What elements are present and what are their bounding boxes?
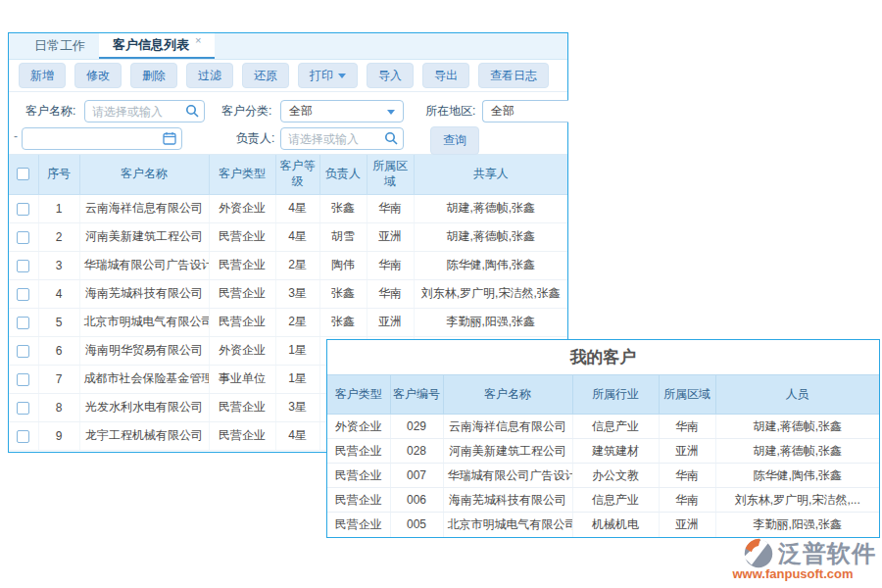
chevron-down-icon: [387, 110, 395, 115]
customer-name-link[interactable]: 华瑞城有限公司广告设计部: [443, 464, 572, 488]
table-row[interactable]: 民营企业 006 海南芜城科技有限公司 信息产业 华南 刘东林,罗广明,宋洁然,…: [327, 488, 879, 513]
owner-label: 负责人:: [236, 127, 274, 149]
customer-name-link[interactable]: 海南芜城科技有限公司: [79, 279, 209, 308]
table-row[interactable]: 1 云南海祥信息有限公司 外资企业 4星 张鑫 华南 胡建,蒋德帧,张鑫: [9, 194, 567, 222]
date-range-separator: -: [14, 129, 18, 143]
customer-name-link[interactable]: 云南海祥信息有限公司: [443, 415, 572, 439]
customer-name-link[interactable]: 海南明华贸易有限公司: [79, 336, 209, 365]
calendar-icon[interactable]: [163, 131, 176, 145]
customer-code-link[interactable]: 028: [390, 439, 443, 464]
import-button[interactable]: 导入: [367, 63, 414, 88]
row-checkbox[interactable]: [17, 288, 29, 301]
my-customers-table: 客户类型 客户编号 客户名称 所属行业 所属区域 人员 外资企业 029 云南海…: [327, 374, 879, 537]
row-checkbox[interactable]: [17, 373, 29, 386]
tab-customer-list[interactable]: 客户信息列表 ×: [99, 33, 215, 59]
my-customers-panel: 我的客户 客户类型 客户编号 客户名称 所属行业 所属区域 人员 外资企业 02…: [326, 339, 880, 538]
col-customer-type: 客户类型: [327, 375, 390, 415]
fanpu-logo-icon: [743, 538, 774, 569]
table-row[interactable]: 民营企业 005 北京市明城电气有限公司 机械机电 亚洲 李勤丽,阳强,张鑫: [327, 513, 879, 537]
dropdown-arrow-icon: [338, 74, 346, 78]
add-button[interactable]: 新增: [19, 63, 66, 88]
customer-name-label: 客户名称:: [25, 100, 75, 122]
customer-name-link[interactable]: 北京市明城电气有限公司: [443, 513, 572, 537]
col-no: 序号: [38, 155, 79, 194]
tab-close-icon[interactable]: ×: [195, 34, 201, 46]
customer-code-link[interactable]: 029: [390, 415, 443, 439]
col-customer-code: 客户编号: [390, 375, 443, 415]
edit-button[interactable]: 修改: [74, 63, 122, 88]
owner-link[interactable]: 张鑫: [319, 308, 367, 336]
row-checkbox[interactable]: [17, 345, 29, 358]
table-row[interactable]: 4 海南芜城科技有限公司 民营企业 3星 张鑫 华南 刘东林,罗广明,宋洁然,张…: [9, 279, 567, 308]
region-label: 所在地区:: [425, 100, 475, 122]
search-icon[interactable]: [185, 104, 199, 118]
tab-daily-work[interactable]: 日常工作: [21, 33, 99, 59]
customer-code-link[interactable]: 005: [390, 513, 443, 537]
owner-link[interactable]: 胡雪: [319, 222, 367, 251]
table-row[interactable]: 2 河南美新建筑工程公司 民营企业 4星 胡雪 亚洲 胡建,蒋德帧,张鑫: [9, 222, 567, 251]
row-checkbox[interactable]: [17, 260, 29, 272]
fanpu-logo-url: www.fanpusoft.com: [680, 566, 876, 581]
table-row[interactable]: 5 北京市明城电气有限公司 民营企业 2星 张鑫 亚洲 李勤丽,阳强,张鑫: [9, 308, 567, 336]
customer-name-link[interactable]: 光发水利水电有限公司: [79, 393, 209, 421]
row-checkbox[interactable]: [17, 203, 29, 216]
tab-bar: 日常工作 客户信息列表 ×: [9, 33, 567, 60]
customer-category-label: 客户分类:: [221, 100, 271, 122]
customer-name-link[interactable]: 成都市社会保险基金管理...: [79, 365, 209, 393]
customer-name-link[interactable]: 河南美新建筑工程公司: [79, 222, 209, 251]
col-region: 所属区域: [659, 375, 715, 415]
col-staff: 人员: [715, 375, 879, 415]
view-log-button[interactable]: 查看日志: [478, 63, 549, 88]
col-industry: 所属行业: [572, 375, 659, 415]
customer-name-link[interactable]: 海南芜城科技有限公司: [443, 488, 572, 513]
customer-category-select[interactable]: 全部: [280, 100, 404, 122]
table-row[interactable]: 3 华瑞城有限公司广告设计部 民营企业 2星 陶伟 华南 陈华健,陶伟,张鑫: [9, 251, 567, 279]
fanpu-logo: 泛普软件 www.fanpusoft.com: [680, 538, 876, 581]
customer-name-link[interactable]: 北京市明城电气有限公司: [79, 308, 209, 336]
table-row[interactable]: 民营企业 007 华瑞城有限公司广告设计部 办公文教 华南 陈华健,陶伟,张鑫: [327, 464, 879, 488]
toolbar: 新增 修改 删除 过滤 还原 打印 导入 导出 查看日志: [9, 60, 567, 92]
col-region: 所属区域: [367, 155, 414, 194]
export-button[interactable]: 导出: [422, 63, 469, 88]
customer-code-link[interactable]: 006: [390, 488, 443, 513]
col-customer-level: 客户等级: [275, 155, 319, 194]
search-icon[interactable]: [384, 131, 398, 145]
table-row[interactable]: 外资企业 029 云南海祥信息有限公司 信息产业 华南 胡建,蒋德帧,张鑫: [327, 415, 879, 439]
date-input[interactable]: [22, 127, 182, 150]
select-all-checkbox[interactable]: [17, 168, 29, 180]
tab-daily-work-label: 日常工作: [34, 37, 85, 55]
col-shared: 共享人: [414, 155, 567, 194]
customer-name-link[interactable]: 云南海祥信息有限公司: [79, 194, 209, 222]
fanpu-logo-text: 泛普软件: [778, 538, 876, 569]
customer-name-link[interactable]: 龙宇工程机械有限公司: [79, 421, 209, 450]
print-button[interactable]: 打印: [298, 63, 358, 88]
table-row[interactable]: 民营企业 028 河南美新建筑工程公司 建筑建材 亚洲 胡建,蒋德帧,张鑫: [327, 439, 879, 464]
owner-link[interactable]: 张鑫: [319, 279, 367, 308]
tab-customer-list-label: 客户信息列表: [113, 36, 189, 54]
customer-name-link[interactable]: 河南美新建筑工程公司: [443, 439, 572, 464]
filter-button[interactable]: 过滤: [186, 63, 233, 88]
delete-button[interactable]: 删除: [130, 63, 177, 88]
row-checkbox[interactable]: [17, 317, 29, 329]
col-customer-type: 客户类型: [209, 155, 275, 194]
row-checkbox[interactable]: [17, 231, 29, 244]
region-select[interactable]: 全部: [482, 100, 568, 122]
row-checkbox[interactable]: [17, 402, 29, 415]
owner-link[interactable]: 陶伟: [319, 251, 367, 279]
filter-area: 客户名称: 客户分类: 全部 所在地区: 全部 - 负责人: 查询: [9, 92, 567, 155]
owner-link[interactable]: 张鑫: [319, 194, 367, 222]
restore-button[interactable]: 还原: [242, 63, 289, 88]
query-button[interactable]: 查询: [430, 126, 479, 155]
customer-code-link[interactable]: 007: [390, 464, 443, 488]
row-checkbox[interactable]: [17, 430, 29, 443]
table-header-row: 序号 客户名称 客户类型 客户等级 负责人 所属区域 共享人: [9, 155, 567, 194]
col-customer-name: 客户名称: [443, 375, 572, 415]
col-customer-name: 客户名称: [79, 155, 209, 194]
my-customers-title: 我的客户: [327, 340, 879, 374]
table-header-row: 客户类型 客户编号 客户名称 所属行业 所属区域 人员: [327, 375, 879, 415]
col-owner: 负责人: [319, 155, 367, 194]
customer-name-link[interactable]: 华瑞城有限公司广告设计部: [79, 251, 209, 279]
